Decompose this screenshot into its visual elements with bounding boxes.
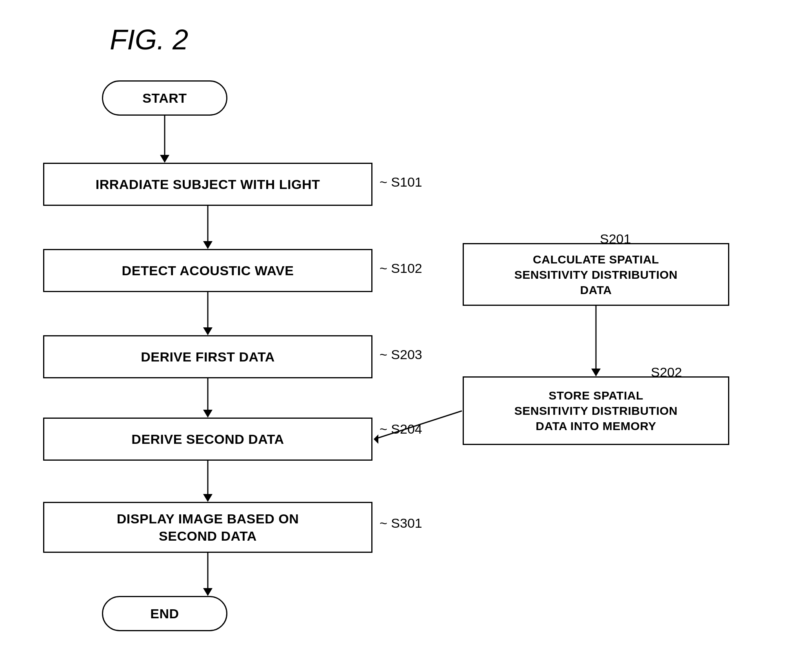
svg-marker-7 — [203, 410, 213, 418]
start-box: START — [102, 80, 227, 116]
s202-box: STORE SPATIALSENSITIVITY DISTRIBUTIONDAT… — [463, 376, 729, 445]
figure-title: FIG. 2 — [110, 24, 188, 56]
svg-marker-5 — [203, 327, 213, 335]
s201-box: CALCULATE SPATIALSENSITIVITY DISTRIBUTIO… — [463, 243, 729, 306]
s204-box: DERIVE SECOND DATA — [43, 418, 372, 461]
svg-marker-1 — [160, 155, 169, 163]
s203-label: ~ S203 — [380, 347, 422, 362]
svg-marker-3 — [203, 241, 213, 249]
s102-box: DETECT ACOUSTIC WAVE — [43, 249, 372, 292]
s301-label: ~ S301 — [380, 516, 422, 531]
diagram-container: FIG. 2 START IRRADIATE SUBJECT WITH LI — [0, 0, 792, 672]
s203-box: DERIVE FIRST DATA — [43, 335, 372, 378]
s101-label: ~ S101 — [380, 174, 422, 190]
svg-marker-13 — [591, 369, 601, 376]
s204-label: ~ S204 — [380, 421, 422, 437]
end-box: END — [102, 596, 227, 631]
s102-label: ~ S102 — [380, 261, 422, 276]
s301-box: DISPLAY IMAGE BASED ONSECOND DATA — [43, 502, 372, 553]
svg-marker-9 — [203, 494, 213, 502]
s101-box: IRRADIATE SUBJECT WITH LIGHT — [43, 163, 372, 206]
svg-marker-11 — [203, 588, 213, 596]
svg-marker-15 — [374, 434, 378, 444]
